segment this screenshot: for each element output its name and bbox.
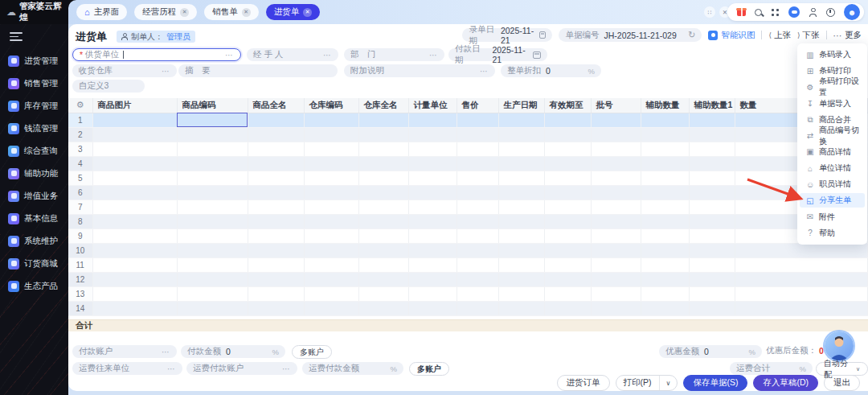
col-header[interactable]: 商品图片 — [92, 98, 177, 113]
col-header[interactable]: 仓库全名 — [358, 98, 408, 113]
table-cell[interactable] — [498, 142, 544, 156]
table-cell[interactable] — [304, 286, 358, 301]
table-cell[interactable] — [544, 228, 591, 243]
table-cell[interactable] — [689, 185, 735, 200]
table-cell[interactable] — [544, 272, 591, 286]
table-cell[interactable] — [177, 214, 248, 228]
sidebar-item-inventory[interactable]: 库存管理 — [0, 100, 68, 112]
table-cell[interactable] — [689, 113, 735, 127]
menu-item-doc-import[interactable]: ↧单据导入 — [800, 97, 865, 111]
tab-purchase-order[interactable]: 进货单 ✕ — [266, 4, 321, 20]
table-cell[interactable] — [408, 142, 457, 156]
table-cell[interactable] — [408, 156, 457, 171]
table-cell[interactable] — [457, 113, 498, 127]
discount-amount-field[interactable]: 优惠金额 0 % — [659, 345, 762, 358]
table-cell[interactable] — [177, 200, 248, 214]
table-cell[interactable] — [735, 272, 868, 286]
table-cell[interactable] — [498, 286, 544, 301]
table-cell[interactable] — [498, 214, 544, 228]
table-cell[interactable] — [177, 228, 248, 243]
table-cell[interactable] — [408, 286, 457, 301]
table-row[interactable]: 14 — [68, 301, 868, 315]
menu-item-staff-detail[interactable]: ☺职员详情 — [800, 177, 865, 191]
table-cell[interactable] — [689, 243, 735, 257]
table-row[interactable]: 11 — [68, 257, 868, 272]
table-cell[interactable] — [457, 257, 498, 272]
table-cell[interactable] — [177, 301, 248, 315]
table-cell[interactable] — [92, 185, 177, 200]
table-cell[interactable] — [498, 228, 544, 243]
menu-item-help[interactable]: ?帮助 — [800, 226, 865, 241]
table-cell[interactable] — [544, 243, 591, 257]
table-cell[interactable] — [92, 257, 177, 272]
sidebar-item-cashflow[interactable]: 钱流管理 — [0, 122, 68, 134]
col-header[interactable]: 仓库编码 — [304, 98, 358, 113]
col-header[interactable]: 商品编码 — [177, 98, 248, 113]
table-cell[interactable] — [498, 200, 544, 214]
table-cell[interactable] — [457, 127, 498, 142]
table-cell[interactable] — [248, 257, 304, 272]
table-cell[interactable] — [92, 286, 177, 301]
col-header[interactable]: 售价 — [457, 98, 498, 113]
table-cell[interactable] — [591, 142, 641, 156]
table-cell[interactable] — [457, 171, 498, 185]
table-cell[interactable] — [544, 257, 591, 272]
table-cell[interactable] — [641, 200, 689, 214]
table-cell[interactable] — [177, 257, 248, 272]
table-cell[interactable] — [641, 113, 689, 127]
table-cell[interactable] — [641, 228, 689, 243]
table-cell[interactable] — [457, 301, 498, 315]
table-cell[interactable] — [177, 185, 248, 200]
service-avatar-icon[interactable]: ☻ — [844, 4, 860, 20]
gift-icon[interactable] — [737, 8, 746, 16]
table-cell[interactable] — [408, 214, 457, 228]
menu-item-attachment[interactable]: ✉附件 — [800, 210, 865, 224]
search-icon[interactable] — [755, 9, 762, 16]
menu-toggle-icon[interactable] — [10, 32, 23, 43]
menu-item-barcode-entry[interactable]: ▥条码录入 — [800, 47, 865, 62]
table-cell[interactable] — [92, 228, 177, 243]
table-cell[interactable] — [689, 127, 735, 142]
table-cell[interactable] — [358, 185, 408, 200]
table-cell[interactable] — [304, 272, 358, 286]
table-cell[interactable] — [408, 257, 457, 272]
close-tab-icon[interactable]: ✕ — [180, 8, 189, 17]
table-cell[interactable] — [498, 185, 544, 200]
table-cell[interactable] — [641, 156, 689, 171]
save-button[interactable]: 保存单据(S) — [683, 375, 747, 391]
table-cell[interactable] — [358, 286, 408, 301]
tab-sales-order[interactable]: 销售单 ✕ — [204, 4, 259, 20]
calendar-icon[interactable] — [539, 31, 546, 39]
multi-account-button-2[interactable]: 多账户 — [409, 362, 449, 376]
table-cell[interactable] — [304, 200, 358, 214]
table-cell[interactable] — [248, 185, 304, 200]
table-cell[interactable] — [304, 301, 358, 315]
table-cell[interactable] — [498, 257, 544, 272]
table-cell[interactable] — [248, 200, 304, 214]
table-cell[interactable] — [689, 214, 735, 228]
table-cell[interactable] — [591, 156, 641, 171]
table-cell[interactable] — [641, 142, 689, 156]
table-cell[interactable] — [641, 301, 689, 315]
table-cell[interactable] — [544, 113, 591, 127]
menu-item-barcode-print-settings[interactable]: ⚙条码打印设置 — [800, 80, 865, 94]
freight-unit-field[interactable]: 运费往来单位 ⋯ — [72, 362, 182, 375]
table-cell[interactable] — [689, 171, 735, 185]
auto-assign-button[interactable]: 自动分配 ∨ — [816, 362, 868, 376]
table-cell[interactable] — [591, 286, 641, 301]
table-cell[interactable] — [641, 272, 689, 286]
history-clock-icon[interactable] — [826, 8, 835, 17]
table-cell[interactable] — [248, 243, 304, 257]
table-row[interactable]: 8 — [68, 214, 868, 228]
ai-assistant-icon[interactable] — [788, 6, 800, 18]
table-cell[interactable] — [92, 301, 177, 315]
table-cell[interactable] — [408, 243, 457, 257]
table-cell[interactable] — [304, 127, 358, 142]
table-cell[interactable] — [689, 272, 735, 286]
table-cell[interactable] — [248, 127, 304, 142]
table-cell[interactable] — [358, 243, 408, 257]
sidebar-item-base-info[interactable]: 基本信息 — [0, 212, 68, 224]
table-cell[interactable] — [92, 171, 177, 185]
pay-date-field[interactable]: 付款日期 2025-11-21 — [448, 48, 547, 61]
table-cell[interactable] — [92, 142, 177, 156]
